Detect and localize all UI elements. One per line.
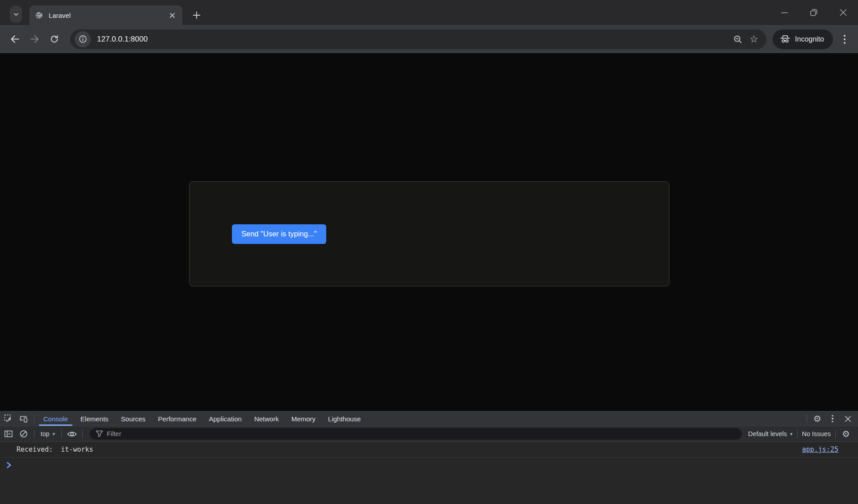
inspect-cursor-icon xyxy=(4,414,13,423)
console-toolbar: top ▾ Default levels ▾ No Issues xyxy=(0,426,858,442)
forward-arrow-icon xyxy=(29,34,40,45)
console-filter xyxy=(90,428,742,440)
kebab-menu-icon xyxy=(844,35,845,44)
back-arrow-icon xyxy=(9,34,21,45)
close-icon xyxy=(845,416,851,422)
browser-menu-button[interactable] xyxy=(836,30,854,48)
devtools-tab-console[interactable]: Console xyxy=(37,412,74,426)
back-button[interactable] xyxy=(5,29,25,49)
new-tab-button[interactable] xyxy=(189,8,204,22)
minimize-icon xyxy=(781,9,788,16)
console-log-entry: Received: it-works app.js:25 xyxy=(0,442,858,458)
divider xyxy=(34,430,34,438)
devtools-panel: Console Elements Sources Performance App… xyxy=(0,411,858,504)
devtools-tab-network[interactable]: Network xyxy=(248,412,285,426)
inspect-element-button[interactable] xyxy=(1,412,16,426)
console-sidebar-button[interactable] xyxy=(1,429,16,438)
navigation-toolbar: 127.0.0.1:8000 ☆ Incognito xyxy=(0,25,858,53)
window-minimize-button[interactable] xyxy=(770,0,799,25)
devtools-tab-memory[interactable]: Memory xyxy=(285,412,322,426)
send-typing-button[interactable]: Send "User is typing..." xyxy=(232,224,326,244)
chevron-down-icon: ▾ xyxy=(790,431,793,437)
divider xyxy=(34,415,34,423)
reload-button[interactable] xyxy=(44,29,64,49)
star-icon: ☆ xyxy=(749,34,758,44)
devtools-settings-button[interactable]: ⚙ xyxy=(810,412,825,426)
incognito-icon xyxy=(780,35,791,43)
incognito-badge: Incognito xyxy=(773,29,833,49)
log-levels-selector[interactable]: Default levels ▾ xyxy=(746,430,795,437)
globe-favicon-icon xyxy=(35,11,43,20)
devtools-menu-button[interactable] xyxy=(825,412,840,426)
zoom-out-icon xyxy=(733,34,743,44)
divider xyxy=(807,415,807,423)
tab-search-button[interactable] xyxy=(10,6,22,23)
divider xyxy=(835,430,836,438)
reload-icon xyxy=(49,34,59,44)
console-source-link[interactable]: app.js:25 xyxy=(802,445,838,454)
device-toolbar-button[interactable] xyxy=(16,412,31,426)
device-toolbar-icon xyxy=(19,414,28,423)
divider xyxy=(797,430,798,438)
url-text: 127.0.0.1:8000 xyxy=(97,35,730,44)
console-sidebar-icon xyxy=(4,429,13,438)
clear-console-button[interactable] xyxy=(16,429,31,438)
restore-icon xyxy=(810,9,817,16)
console-message-text: Received: it-works xyxy=(17,445,93,454)
bookmark-star-button[interactable]: ☆ xyxy=(746,31,762,47)
devtools-tab-application[interactable]: Application xyxy=(202,412,248,426)
close-icon xyxy=(169,13,175,18)
incognito-label: Incognito xyxy=(795,35,824,43)
close-icon xyxy=(840,9,847,16)
window-controls xyxy=(770,0,858,25)
divider xyxy=(82,430,83,438)
gear-icon: ⚙ xyxy=(813,414,821,423)
prompt-chevron-icon xyxy=(6,462,12,469)
site-info-button[interactable] xyxy=(75,31,91,47)
omnibox-address-bar[interactable]: 127.0.0.1:8000 ☆ xyxy=(70,29,766,49)
live-expression-button[interactable] xyxy=(64,430,80,438)
divider xyxy=(61,430,62,438)
content-card: Send "User is typing..." xyxy=(189,181,669,286)
kebab-menu-icon xyxy=(832,415,833,423)
gear-icon: ⚙ xyxy=(842,429,850,438)
send-typing-button-label: Send "User is typing..." xyxy=(241,230,317,238)
plus-icon xyxy=(192,10,202,20)
devtools-tab-bar: Console Elements Sources Performance App… xyxy=(0,412,858,426)
titlebar: Laravel xyxy=(0,0,858,25)
devtools-tab-elements[interactable]: Elements xyxy=(74,412,115,426)
zoom-indicator-button[interactable] xyxy=(730,31,746,47)
console-settings-button[interactable]: ⚙ xyxy=(838,429,854,438)
devtools-close-button[interactable] xyxy=(840,412,855,426)
filter-input[interactable] xyxy=(90,428,742,440)
filter-funnel-icon xyxy=(96,430,103,437)
info-icon xyxy=(78,34,88,44)
page-viewport: Send "User is typing..." xyxy=(0,53,858,411)
chevron-down-icon: ▾ xyxy=(52,431,55,437)
tab-title: Laravel xyxy=(49,12,167,19)
window-restore-button[interactable] xyxy=(799,0,829,25)
devtools-tab-sources[interactable]: Sources xyxy=(115,412,152,426)
window-close-button[interactable] xyxy=(829,0,858,25)
browser-tab-laravel[interactable]: Laravel xyxy=(29,5,182,25)
issues-status[interactable]: No Issues xyxy=(800,430,833,437)
devtools-tab-lighthouse[interactable]: Lighthouse xyxy=(322,412,367,426)
tab-close-button[interactable] xyxy=(167,10,177,20)
forward-button[interactable] xyxy=(25,29,44,49)
eye-icon xyxy=(67,430,77,438)
javascript-context-selector[interactable]: top ▾ xyxy=(37,430,59,437)
devtools-tab-performance[interactable]: Performance xyxy=(152,412,203,426)
console-prompt[interactable] xyxy=(0,458,858,473)
ban-icon xyxy=(19,429,28,438)
chevron-down-icon xyxy=(13,11,19,17)
